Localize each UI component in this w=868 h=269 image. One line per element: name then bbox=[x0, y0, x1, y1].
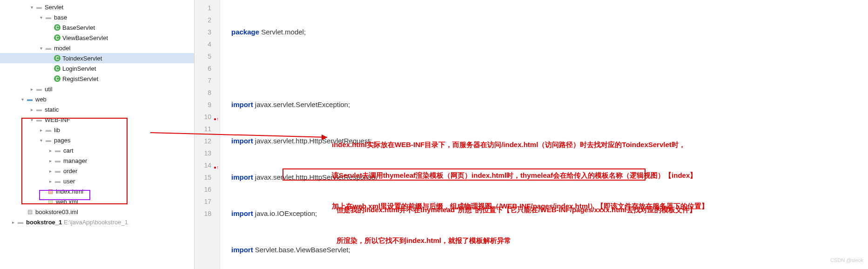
class-icon: C bbox=[54, 55, 61, 61]
tree-node-model[interactable]: ▾ ▬ model bbox=[0, 43, 194, 53]
annotation-text-2: 但是我的index.html并不在thymelead"所想"的位置下【它只能在/… bbox=[336, 184, 696, 266]
tree-node-indexhtml[interactable]: ▤ index.html bbox=[0, 186, 194, 196]
svg-line-0 bbox=[150, 133, 327, 137]
folder-icon: ▬ bbox=[54, 147, 61, 154]
line-number: 13 bbox=[195, 147, 220, 159]
tree-label: LoginServlet bbox=[62, 65, 96, 72]
tree-label: static bbox=[45, 106, 59, 113]
xml-file-icon: ▤ bbox=[47, 198, 54, 205]
code-line: package Servlet.model; bbox=[220, 26, 868, 38]
line-number: 16 bbox=[195, 183, 220, 195]
tree-label: order bbox=[63, 168, 77, 175]
folder-icon: ▬ bbox=[54, 177, 61, 185]
line-number: 6 bbox=[195, 62, 220, 74]
chevron-right-icon: ▸ bbox=[47, 147, 54, 154]
tree-label: BaseServlet bbox=[62, 24, 95, 31]
svg-marker-1 bbox=[322, 134, 327, 140]
tree-label: model bbox=[54, 45, 70, 52]
tree-node-webinf[interactable]: ▾ ▬ WEB-INF bbox=[0, 114, 194, 125]
line-number: 9 bbox=[195, 99, 220, 111]
folder-icon: ▬ bbox=[35, 3, 43, 11]
tree-node-webxml[interactable]: ▤ web.xml bbox=[0, 196, 194, 207]
tree-node-loginservlet[interactable]: C LoginServlet bbox=[0, 63, 194, 74]
line-number: 15 bbox=[195, 171, 220, 183]
class-icon: C bbox=[54, 65, 61, 72]
chevron-right-icon: ▸ bbox=[37, 126, 45, 134]
chevron-down-icon: ▾ bbox=[28, 116, 35, 123]
folder-icon: ▬ bbox=[35, 116, 43, 123]
web-folder-icon: ▬ bbox=[26, 95, 34, 103]
line-number: 4 bbox=[195, 38, 220, 50]
line-number: 17 bbox=[195, 195, 220, 208]
chevron-right-icon: ▸ bbox=[28, 106, 35, 113]
tree-node-user[interactable]: ▸ ▬ user bbox=[0, 176, 194, 186]
line-number: 14●↑ bbox=[195, 159, 220, 171]
tree-node-base[interactable]: ▾ ▬ base bbox=[0, 12, 194, 22]
tree-node-bookstoreiml[interactable]: ▤ bookstore03.iml bbox=[0, 207, 194, 217]
tree-node-bookstroe1[interactable]: ▸ ▬ bookstroe_1 E:\javaApp\bookstroe_1 bbox=[0, 217, 194, 227]
folder-icon: ▬ bbox=[45, 44, 52, 52]
arrow-icon bbox=[150, 128, 336, 147]
tree-label: lib bbox=[54, 127, 60, 134]
chevron-down-icon: ▾ bbox=[37, 136, 45, 144]
tree-label: RegistServlet bbox=[62, 75, 98, 82]
folder-icon: ▬ bbox=[45, 126, 52, 134]
tree-label: base bbox=[54, 14, 67, 21]
tree-node-manager[interactable]: ▸ ▬ manager bbox=[0, 155, 194, 166]
tree-node-cart[interactable]: ▸ ▬ cart bbox=[0, 145, 194, 155]
tree-label: user bbox=[63, 178, 75, 185]
watermark: CSDN @sleok bbox=[830, 254, 863, 266]
tree-label: manager bbox=[63, 157, 87, 164]
code-line: import javax.servlet.ServletException; bbox=[220, 99, 868, 111]
chevron-right-icon: ▸ bbox=[9, 218, 17, 226]
module-icon: ▬ bbox=[17, 218, 24, 226]
chevron-right-icon: ▸ bbox=[28, 85, 35, 93]
line-number: 2 bbox=[195, 14, 220, 26]
folder-icon: ▬ bbox=[54, 167, 61, 175]
tree-label: web bbox=[35, 96, 47, 103]
chevron-down-icon: ▾ bbox=[37, 44, 45, 52]
line-number: 10●↑ bbox=[195, 111, 220, 123]
tree-label: ToindexServlet bbox=[62, 55, 102, 62]
html-file-icon: ▤ bbox=[47, 188, 54, 195]
tree-node-web[interactable]: ▾ ▬ web bbox=[0, 94, 194, 104]
tree-node-viewbaseservlet[interactable]: C ViewBaseServlet bbox=[0, 33, 194, 43]
chevron-right-icon: ▸ bbox=[47, 167, 54, 175]
folder-icon: ▬ bbox=[54, 157, 61, 164]
tree-label: web.xml bbox=[56, 198, 78, 205]
class-icon: C bbox=[54, 34, 61, 41]
tree-node-registservlet[interactable]: C RegistServlet bbox=[0, 74, 194, 84]
tree-label: Servlet bbox=[45, 4, 63, 11]
folder-icon: ▬ bbox=[35, 106, 43, 113]
class-icon: C bbox=[54, 75, 61, 82]
chevron-right-icon: ▸ bbox=[47, 157, 54, 164]
tree-node-order[interactable]: ▸ ▬ order bbox=[0, 166, 194, 176]
tree-label: index.html bbox=[56, 188, 83, 195]
tree-label: util bbox=[45, 86, 53, 93]
tree-label: bookstroe_1 E:\javaApp\bookstroe_1 bbox=[26, 219, 128, 226]
line-number: 7 bbox=[195, 74, 220, 87]
tree-node-static[interactable]: ▸ ▬ static bbox=[0, 104, 194, 114]
tree-node-baseservlet[interactable]: C BaseServlet bbox=[0, 22, 194, 33]
tree-node-servlet[interactable]: ▾ ▬ Servlet bbox=[0, 2, 194, 12]
folder-icon: ▬ bbox=[45, 13, 52, 21]
tree-node-util[interactable]: ▸ ▬ util bbox=[0, 84, 194, 94]
tree-label: cart bbox=[63, 147, 74, 154]
line-number: 5 bbox=[195, 50, 220, 62]
tree-label: pages bbox=[54, 137, 70, 144]
line-number: 8 bbox=[195, 87, 220, 99]
folder-icon: ▬ bbox=[35, 85, 43, 93]
line-number: 3 bbox=[195, 26, 220, 38]
code-line bbox=[220, 62, 868, 74]
folder-icon: ▬ bbox=[45, 136, 52, 144]
class-icon: C bbox=[54, 24, 61, 31]
chevron-right-icon: ▸ bbox=[47, 177, 54, 185]
code-area[interactable]: package Servlet.model; import javax.serv… bbox=[220, 0, 868, 269]
tree-label: ViewBaseServlet bbox=[62, 34, 108, 41]
line-number: 18 bbox=[195, 208, 220, 220]
code-editor[interactable]: 1 2 3 4 5 6 7 8 9 10●↑ 11 12 13 14●↑ 15 … bbox=[195, 0, 868, 269]
tree-label: bookstore03.iml bbox=[35, 208, 78, 215]
tree-node-toindexservlet[interactable]: C ToindexServlet bbox=[0, 53, 194, 63]
chevron-down-icon: ▾ bbox=[19, 95, 26, 103]
chevron-down-icon: ▾ bbox=[28, 3, 35, 11]
